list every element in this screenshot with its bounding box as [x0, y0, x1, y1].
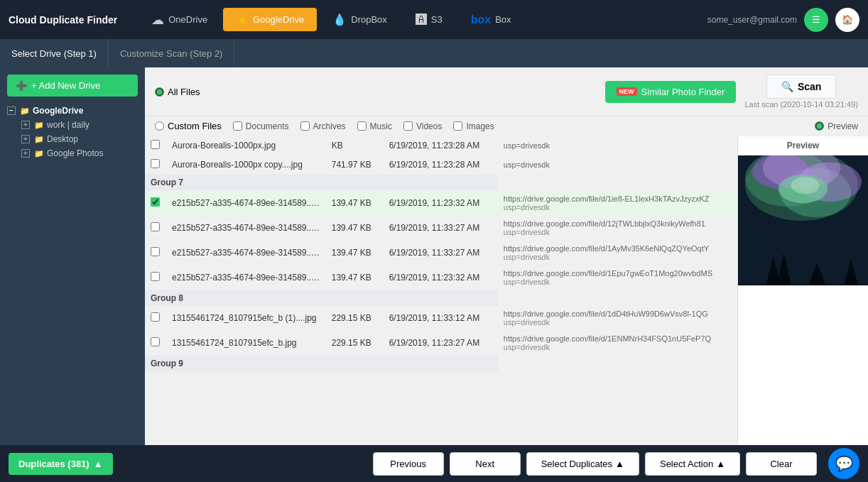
music-checkbox-label[interactable]: Music: [357, 121, 392, 131]
row-checkbox[interactable]: [151, 222, 160, 231]
folder-icon-google-photos: 📁: [34, 149, 44, 158]
next-button[interactable]: Next: [450, 452, 521, 476]
tree-item-google-photos-label: Google Photos: [47, 148, 103, 158]
row-link: https://drive.google.com/file/d/1dD4tHuW…: [498, 306, 737, 331]
custom-files-radio-label[interactable]: Custom Files: [155, 121, 222, 131]
app-title: Cloud Duplicate Finder: [9, 14, 117, 26]
row-checkbox-cell[interactable]: [145, 155, 166, 175]
images-checkbox[interactable]: [453, 121, 462, 131]
row-checkbox-cell[interactable]: [145, 136, 166, 155]
menu-button[interactable]: ☰: [804, 8, 828, 32]
preview-radio[interactable]: [815, 121, 824, 131]
dropbox-icon: 💧: [332, 13, 347, 26]
expand-icon-work-daily[interactable]: +: [21, 121, 30, 129]
step2-label[interactable]: Customize Scan (Step 2): [109, 39, 235, 67]
row-size: 229.15 KB: [326, 331, 384, 356]
documents-checkbox[interactable]: [233, 121, 242, 131]
row-checkbox[interactable]: [151, 337, 160, 346]
plus-icon: ➕: [16, 80, 27, 91]
row-checkbox[interactable]: [151, 272, 160, 281]
add-drive-label: + Add New Drive: [31, 80, 100, 91]
row-checkbox[interactable]: [151, 159, 160, 168]
step1-label[interactable]: Select Drive (Step 1): [0, 39, 109, 67]
clear-button[interactable]: Clear: [746, 452, 817, 476]
home-button[interactable]: 🏠: [835, 8, 859, 32]
table-row[interactable]: e215b527-a335-4674-89ee-314589....jpg 13…: [145, 240, 737, 265]
duplicates-badge[interactable]: Duplicates (381) ▲: [9, 453, 113, 475]
table-row[interactable]: Aurora-Borealis-1000px copy....jpg 741.9…: [145, 155, 737, 175]
select-duplicates-button[interactable]: Select Duplicates ▲: [526, 452, 639, 476]
previous-button[interactable]: Previous: [373, 452, 444, 476]
videos-checkbox[interactable]: [403, 121, 413, 131]
row-size: 139.47 KB: [326, 240, 384, 265]
row-link: usp=drivesdk: [498, 136, 737, 155]
music-checkbox[interactable]: [357, 121, 367, 131]
row-checkbox[interactable]: [151, 247, 160, 256]
table-row[interactable]: 13155461724_8107915efc_b.jpg 229.15 KB 6…: [145, 331, 737, 356]
row-checkbox-cell[interactable]: [145, 265, 166, 290]
folder-icon-work-daily: 📁: [34, 121, 44, 130]
row-checkbox[interactable]: [151, 312, 160, 322]
row-date: 6/19/2019, 11:23:28 AM: [384, 136, 498, 155]
custom-files-radio[interactable]: [155, 121, 164, 131]
row-date: 6/19/2019, 11:23:27 AM: [384, 331, 498, 356]
group-label: Group 9: [145, 356, 498, 372]
tree-item-work-daily[interactable]: + 📁 work | daily: [21, 118, 138, 132]
row-checkbox-cell[interactable]: [145, 331, 166, 356]
tree-item-googledrive[interactable]: − 📁 GoogleDrive: [7, 104, 138, 118]
row-filename: e215b527-a335-4674-89ee-314589....jpg: [166, 265, 326, 290]
collapse-icon-googledrive[interactable]: −: [7, 106, 16, 115]
search-icon: 🔍: [781, 81, 793, 92]
videos-checkbox-label[interactable]: Videos: [403, 121, 442, 131]
row-date: 6/19/2019, 11:33:27 AM: [384, 240, 498, 265]
nav-tab-box[interactable]: box Box: [458, 9, 524, 31]
table-row[interactable]: e215b527-a335-4674-89ee-314589....jpg 13…: [145, 191, 737, 216]
documents-checkbox-label[interactable]: Documents: [233, 121, 289, 131]
tree-child-desktop: + 📁 Desktop: [7, 132, 138, 146]
select-duplicates-label: Select Duplicates: [541, 459, 612, 469]
nav-tab-dropbox[interactable]: 💧 DropBox: [320, 9, 400, 31]
archives-checkbox[interactable]: [300, 121, 310, 131]
row-checkbox-cell[interactable]: [145, 215, 166, 240]
expand-icon-desktop[interactable]: +: [21, 135, 30, 143]
nav-tab-dropbox-label: DropBox: [351, 14, 387, 25]
scan-button[interactable]: 🔍 Scan: [766, 75, 836, 99]
all-files-radio-label[interactable]: All Files: [155, 87, 200, 97]
folder-icon-desktop: 📁: [34, 135, 44, 144]
row-filename: 13155461724_8107915efc_b (1)....jpg: [166, 306, 326, 331]
duplicates-label: Duplicates (381): [18, 459, 89, 469]
expand-icon-google-photos[interactable]: +: [21, 149, 30, 158]
nav-tab-onedrive-label: OneDrive: [168, 14, 207, 25]
row-size: 139.47 KB: [326, 215, 384, 240]
select-action-button[interactable]: Select Action ▲: [645, 452, 740, 476]
tree-item-google-photos[interactable]: + 📁 Google Photos: [21, 146, 138, 160]
preview-radio-label[interactable]: Preview: [815, 121, 858, 131]
row-checkbox-cell[interactable]: [145, 240, 166, 265]
bottom-bar: Duplicates (381) ▲ Previous Next Select …: [0, 445, 868, 482]
table-row[interactable]: e215b527-a335-4674-89ee-314589....jpg 13…: [145, 215, 737, 240]
nav-tab-googledrive[interactable]: ▲ GoogleDrive: [223, 8, 317, 31]
files-table-wrapper[interactable]: Aurora-Borealis-1000px.jpg KB 6/19/2019,…: [145, 136, 737, 445]
row-checkbox[interactable]: [151, 197, 160, 207]
row-checkbox[interactable]: [151, 140, 160, 149]
all-files-radio[interactable]: [155, 87, 164, 97]
row-checkbox-cell[interactable]: [145, 191, 166, 216]
tree-child-work-daily: + 📁 work | daily: [7, 118, 138, 132]
row-date: 6/19/2019, 11:33:27 AM: [384, 215, 498, 240]
tree-item-desktop[interactable]: + 📁 Desktop: [21, 132, 138, 146]
table-row[interactable]: e215b527-a335-4674-89ee-314589....jpg 13…: [145, 265, 737, 290]
chat-button[interactable]: 💬: [828, 448, 859, 479]
nav-tab-box-label: Box: [495, 14, 511, 25]
similar-photo-label: Similar Photo Finder: [641, 87, 725, 97]
table-row[interactable]: 13155461724_8107915efc_b (1)....jpg 229.…: [145, 306, 737, 331]
nav-tab-s3[interactable]: 🅰 S3: [403, 9, 455, 31]
similar-photo-button[interactable]: NEW Similar Photo Finder: [605, 81, 737, 103]
images-checkbox-label[interactable]: Images: [453, 121, 494, 131]
nav-tab-onedrive[interactable]: ☁ OneDrive: [139, 8, 220, 32]
user-email: some_user@gmail.com: [707, 15, 797, 25]
add-new-drive-button[interactable]: ➕ + Add New Drive: [7, 75, 138, 97]
row-filename: 13155461724_8107915efc_b.jpg: [166, 331, 326, 356]
archives-checkbox-label[interactable]: Archives: [300, 121, 346, 131]
table-row[interactable]: Aurora-Borealis-1000px.jpg KB 6/19/2019,…: [145, 136, 737, 155]
row-checkbox-cell[interactable]: [145, 306, 166, 331]
